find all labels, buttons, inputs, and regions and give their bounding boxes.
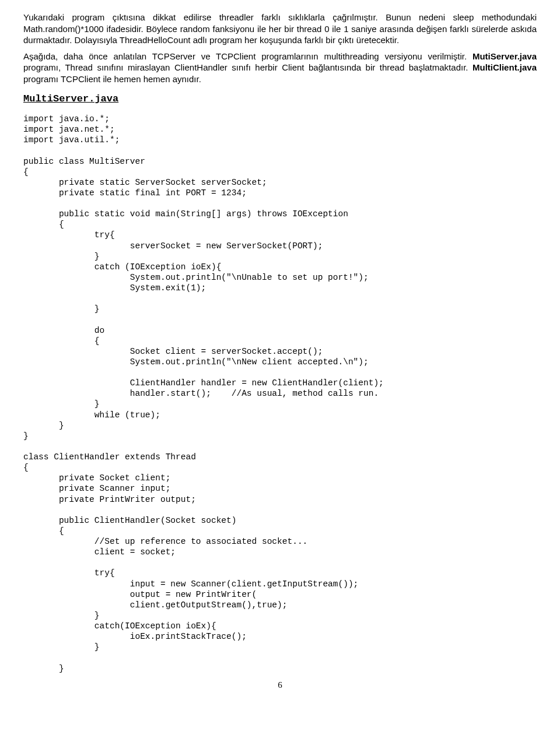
- page-number: 6: [23, 680, 537, 691]
- p2-text-3: programı TCPClient ile hemen hemen aynıd…: [23, 74, 201, 84]
- p2-text-1: Aşağıda, daha önce anlatılan TCPServer v…: [23, 51, 473, 61]
- intro-paragraph-1: Yukarıdaki program çıktısına dikkat edil…: [23, 12, 537, 46]
- code-heading: MultiServer.java: [23, 93, 537, 106]
- p2-bold-2: MultiClient.java: [473, 62, 537, 72]
- code-block: import java.io.*; import java.net.*; imp…: [23, 114, 537, 674]
- p2-text-2: programı, Thread sınıfını miraslayan Cli…: [23, 62, 473, 72]
- intro-paragraph-2: Aşağıda, daha önce anlatılan TCPServer v…: [23, 51, 537, 85]
- p2-bold-1: MutiServer.java: [473, 51, 537, 61]
